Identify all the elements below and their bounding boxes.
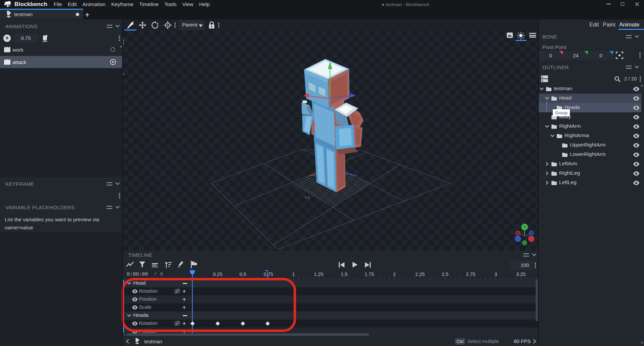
svg-text:X: X	[517, 231, 519, 235]
svg-text:↖z: ↖z	[305, 195, 310, 200]
svg-text:Z: Z	[530, 231, 533, 235]
svg-text:Y: Y	[523, 225, 526, 230]
